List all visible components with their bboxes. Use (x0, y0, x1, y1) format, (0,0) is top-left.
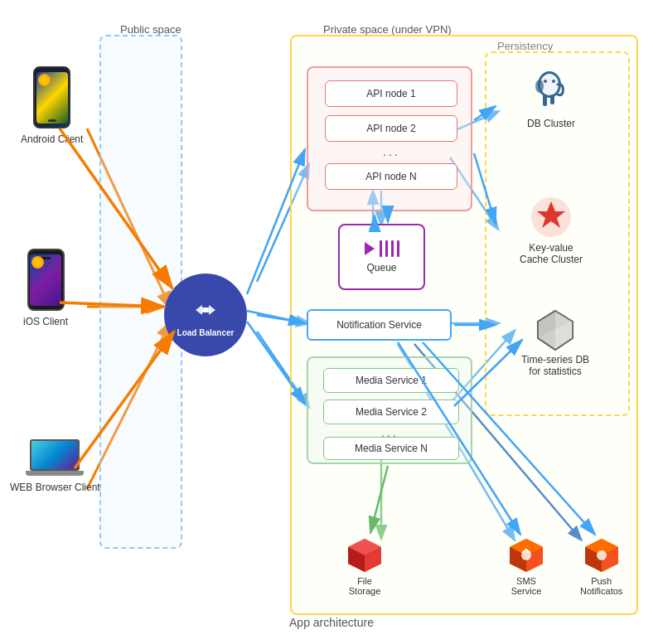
media-cluster-box: Media Service 1 Media Service 2 ··· Medi… (307, 356, 472, 464)
private-space-label: Private space (under VPN) (323, 23, 452, 36)
android-client: Android Client (21, 66, 83, 145)
timeseries-db-item: Time-series DBfor statistics (497, 307, 613, 377)
api-cluster-box: API node 1 API node 2 ··· API node N (307, 66, 472, 211)
queue-label: Queue (366, 262, 396, 274)
web-client: WEB Browser Client (10, 439, 100, 493)
web-client-label: WEB Browser Client (10, 482, 100, 493)
android-screen (36, 72, 68, 123)
load-balancer-label: Load Balancer (177, 328, 235, 337)
file-storage-icon (344, 535, 385, 576)
media-node-n: Media Service N (323, 437, 459, 460)
svg-point-47 (597, 550, 607, 560)
android-client-label: Android Client (21, 133, 83, 145)
api-dots: ··· (383, 148, 400, 161)
cache-cluster-icon (529, 195, 574, 240)
svg-point-23 (552, 80, 555, 83)
api-node-2: API node 2 (325, 115, 457, 142)
cache-cluster-item: Key-valueCache Cluster (497, 195, 605, 265)
timeseries-db-icon (533, 307, 578, 352)
svg-point-16 (203, 307, 208, 312)
queue-box: Queue (338, 224, 425, 290)
notification-service-box: Notification Service (307, 309, 452, 341)
sms-service-icon (506, 535, 547, 576)
db-cluster-item: DB Cluster (497, 66, 605, 129)
laptop-screen (30, 439, 80, 471)
queue-visual (365, 240, 399, 257)
cache-cluster-label: Key-valueCache Cluster (520, 242, 583, 265)
android-phone-icon (33, 66, 70, 128)
media-node-1: Media Service 1 (323, 368, 459, 393)
api-node-1: API node 1 (325, 80, 457, 107)
svg-point-22 (544, 80, 547, 83)
push-notifications-item: PushNotificatos (580, 535, 622, 596)
svg-rect-21 (550, 94, 554, 104)
db-cluster-icon (526, 66, 576, 116)
load-balancer: Load Balancer (164, 274, 247, 356)
ios-phone-icon (27, 249, 65, 311)
diagram-container: Public space Private space (under VPN) P… (0, 0, 663, 644)
api-node-n: API node N (325, 163, 457, 190)
ios-client-label: iOS Client (23, 316, 68, 327)
ios-screen (30, 254, 61, 306)
public-space-label: Public space (120, 23, 181, 36)
svg-point-24 (535, 80, 544, 93)
caption: App architecture (0, 616, 663, 629)
push-notifications-label: PushNotificatos (580, 576, 622, 596)
push-notifications-icon (581, 535, 622, 576)
ios-client: iOS Client (23, 249, 68, 327)
web-laptop-icon (26, 439, 84, 477)
db-cluster-label: DB Cluster (527, 118, 575, 129)
file-storage-item: FileStorage (344, 535, 385, 596)
sms-service-item: SMSService (506, 535, 547, 596)
file-storage-label: FileStorage (349, 576, 381, 596)
sms-service-label: SMSService (511, 576, 542, 596)
timeseries-db-label: Time-series DBfor statistics (521, 354, 589, 377)
load-balancer-icon (189, 293, 222, 327)
svg-rect-20 (543, 94, 547, 106)
notification-label: Notification Service (336, 319, 422, 331)
media-node-2: Media Service 2 (323, 399, 459, 424)
laptop-base (26, 471, 84, 476)
